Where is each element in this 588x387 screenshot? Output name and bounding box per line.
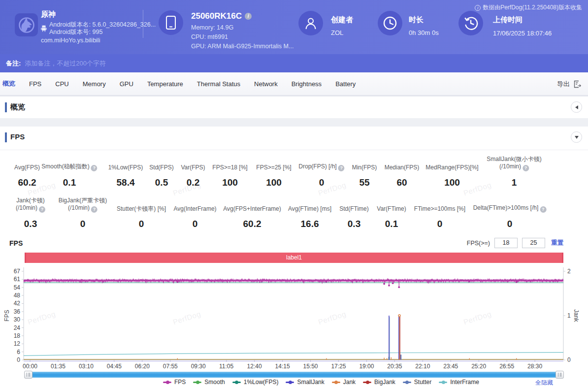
legend-item-1%Low(FPS)[interactable]: 1%Low(FPS) — [232, 379, 279, 386]
fps-threshold-input-2[interactable]: 25 — [522, 238, 545, 248]
legend-item-Smooth[interactable]: Smooth — [193, 379, 225, 386]
svg-text:24: 24 — [14, 324, 21, 331]
stat-value: 0 — [117, 219, 166, 229]
legend-item-Jank[interactable]: Jank — [332, 379, 356, 386]
fps-threshold-controls: FPS(>=) 18 25 重置 — [467, 238, 563, 248]
legend-marker — [332, 382, 340, 383]
stat-label: Stutter(卡顿率) [%] — [117, 198, 166, 213]
svg-text:18: 18 — [14, 332, 21, 339]
export-button[interactable]: 导出 — [557, 72, 582, 96]
svg-text:30: 30 — [14, 316, 21, 323]
overview-section-header: 概览 — [0, 97, 588, 118]
svg-text:11:05: 11:05 — [219, 363, 233, 370]
overview-collapse-button[interactable] — [571, 101, 582, 113]
stat-MedRange(FPS)[%]: MedRange(FPS)[%]100 — [425, 157, 478, 188]
note-bar[interactable]: 备注: 添加备注，不超过200个字符 — [0, 54, 588, 72]
tab-Memory[interactable]: Memory — [83, 80, 106, 88]
scrollbar-left-handle[interactable] — [24, 371, 33, 379]
person-icon — [304, 16, 318, 30]
legend-item-Stutter[interactable]: Stutter — [403, 379, 431, 386]
collapse-left-icon — [575, 105, 578, 109]
tab-Battery[interactable]: Battery — [335, 80, 356, 88]
stat-value: 0.2 — [181, 177, 205, 188]
help-icon[interactable]: ? — [540, 206, 546, 213]
report-header: 原神 Android版本名: 5.6.0_32604286_326... And… — [0, 0, 588, 54]
duration-value: 0h 30m 0s — [409, 29, 439, 36]
fps-collapse-button[interactable] — [571, 131, 582, 143]
stat-label: Drop(FPS) [/h]? — [298, 157, 344, 171]
help-icon[interactable]: ? — [39, 206, 45, 213]
tab-Network[interactable]: Network — [254, 80, 278, 88]
grip-icon — [27, 373, 30, 377]
help-icon[interactable]: ? — [91, 206, 98, 213]
stat-value: 0 — [59, 219, 107, 229]
legend-marker — [163, 382, 171, 383]
chart-annotation-band[interactable]: label1 — [25, 253, 563, 263]
duration-icon-circle — [378, 11, 402, 35]
stat-value: 0 — [173, 219, 216, 229]
stat-value: 100 — [425, 177, 478, 188]
tab-Temperature[interactable]: Temperature — [147, 80, 183, 88]
svg-text:23:45: 23:45 — [443, 363, 458, 370]
help-icon[interactable]: ? — [338, 165, 345, 171]
stat-label: Avg(FPS) — [14, 157, 40, 171]
fps-section-title: FPS — [10, 132, 25, 141]
fps-chart-svg[interactable]: 061218243036424854616701200:0001:3503:10… — [0, 264, 588, 371]
legend-marker — [286, 382, 294, 383]
stat-Avg(FPS): Avg(FPS)60.2 — [14, 157, 40, 188]
device-icon-circle — [159, 10, 183, 35]
legend-item-InterFrame[interactable]: InterFrame — [439, 379, 479, 386]
device-info-icon[interactable]: i — [245, 13, 252, 20]
legend-item-SmallJank[interactable]: SmallJank — [286, 379, 324, 386]
tab-GPU[interactable]: GPU — [120, 80, 133, 88]
scrollbar-right-handle[interactable] — [555, 371, 564, 379]
legend-item-BigJank[interactable]: BigJank — [363, 379, 395, 386]
tab-FPS[interactable]: FPS — [29, 80, 41, 88]
android-icon — [41, 25, 47, 32]
stat-Drop(FPS) [/h]: Drop(FPS) [/h]?0 — [298, 157, 344, 188]
stat-label: FPS>=25 [%] — [256, 157, 291, 171]
android-version-block: Android版本名: 5.6.0_32604286_326... Androi… — [41, 21, 156, 35]
fps-title-bar — [5, 132, 7, 142]
tab-Thermal Status[interactable]: Thermal Status — [197, 80, 240, 88]
legend-label: Stutter — [414, 379, 431, 386]
stat-value: 1 — [487, 177, 541, 188]
svg-text:04:45: 04:45 — [107, 363, 122, 370]
stat-label: 1%Low(FPS) — [108, 157, 143, 171]
tab-CPU[interactable]: CPU — [55, 80, 68, 88]
export-icon — [573, 80, 582, 88]
device-memory: Memory: 14.9G — [191, 24, 233, 31]
svg-text:0: 0 — [567, 356, 571, 363]
legend-item-FPS[interactable]: FPS — [163, 379, 186, 386]
tab-概览[interactable]: 概览 — [2, 79, 15, 88]
svg-text:61: 61 — [14, 276, 21, 283]
svg-text:22:10: 22:10 — [415, 363, 430, 370]
app-package: com.miHoYo.ys.bilibili — [41, 37, 100, 44]
svg-text:20:35: 20:35 — [387, 363, 402, 370]
tab-list: 概览FPSCPUMemoryGPUTemperatureThermal Stat… — [2, 79, 356, 88]
svg-text:6: 6 — [17, 349, 20, 355]
legend-label: Jank — [343, 379, 356, 386]
reset-link[interactable]: 重置 — [551, 239, 563, 247]
stat-value: 0 — [473, 219, 547, 229]
scrollbar-runner[interactable] — [28, 372, 560, 378]
fps-threshold-input-1[interactable]: 18 — [494, 238, 518, 248]
svg-text:14:15: 14:15 — [275, 363, 290, 370]
legend-label: SmallJank — [297, 379, 324, 386]
stat-value: 0.5 — [149, 177, 173, 188]
upload-time-value: 17/06/2025 18:07:46 — [493, 30, 552, 37]
chart-horizontal-scrollbar — [0, 371, 588, 379]
note-input-placeholder[interactable]: 添加备注，不超过200个字符 — [25, 59, 106, 68]
stat-Smooth(稳帧指数): Smooth(稳帧指数)?0.1 — [41, 157, 97, 188]
help-icon[interactable]: ? — [523, 165, 529, 171]
stat-label: Median(FPS) — [385, 157, 420, 171]
stat-value: 0.3 — [339, 219, 369, 229]
svg-text:00:00: 00:00 — [23, 363, 37, 370]
fps-header-divider — [0, 150, 588, 150]
legend-hide-all-link[interactable]: 全隐藏 — [535, 379, 553, 387]
help-icon[interactable]: ? — [91, 165, 98, 171]
legend-label: 1%Low(FPS) — [244, 379, 279, 386]
svg-text:67: 67 — [14, 268, 21, 275]
tab-Brightness[interactable]: Brightness — [292, 80, 322, 88]
legend-label: BigJank — [374, 379, 395, 386]
